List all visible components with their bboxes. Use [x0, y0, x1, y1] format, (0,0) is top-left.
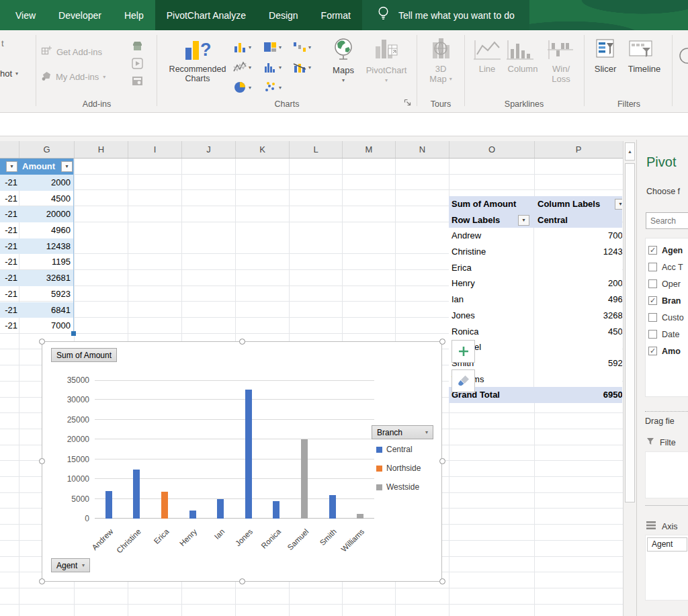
date-header-cell[interactable]: ▾	[0, 159, 19, 175]
pivot-row-name[interactable]: Henry	[449, 275, 534, 292]
bar-samuel[interactable]	[301, 439, 308, 519]
filter-dropdown-icon[interactable]: ▾	[615, 199, 622, 210]
field-item-amo[interactable]: ✓Amo	[646, 343, 688, 359]
pivot-row-name[interactable]: Ronica	[449, 324, 534, 340]
pivot-row-value[interactable]: 4960	[534, 292, 622, 308]
checkbox[interactable]	[648, 330, 657, 339]
date-cell[interactable]: -21	[0, 270, 19, 286]
3d-map-button[interactable]: 3D Map▾	[421, 37, 461, 84]
insert-scatter-chart-button[interactable]: ▾	[263, 79, 282, 95]
pivot-row-value[interactable]: 7000	[534, 228, 622, 244]
timeline-button[interactable]: Timeline	[624, 64, 665, 74]
legend-field-button[interactable]: Branch▾	[372, 425, 433, 439]
slicer-button[interactable]: Slicer	[589, 64, 622, 74]
column-header-O[interactable]: O	[449, 141, 534, 158]
amount-cell[interactable]: 7000	[19, 318, 74, 334]
checkbox[interactable]	[648, 313, 657, 322]
vertical-scrollbar[interactable]: ▲	[623, 141, 636, 616]
date-cell[interactable]: -21	[0, 175, 19, 191]
pivot-column-header[interactable]: Column Labels▾	[534, 196, 622, 212]
axis-field-chip[interactable]: Agent	[647, 537, 687, 552]
insert-hierarchy-chart-button[interactable]: ▾	[263, 39, 282, 55]
pivot-row-name[interactable]: Jones	[449, 308, 534, 324]
formula-bar[interactable]	[0, 113, 688, 136]
date-cell[interactable]: -21	[0, 222, 19, 238]
play-app-icon[interactable]	[132, 58, 143, 71]
filter-dropdown-icon[interactable]: ▾	[61, 161, 73, 172]
axis-drop-area[interactable]: Agent	[645, 535, 688, 601]
column-header-K[interactable]: K	[235, 141, 289, 158]
selection-handle[interactable]	[39, 339, 45, 345]
tab-developer[interactable]: Developer	[47, 0, 113, 30]
pivot-row-name[interactable]: Erica	[449, 260, 534, 276]
link-icon[interactable]	[677, 47, 688, 67]
value-field-button[interactable]: Sum of Amount	[51, 348, 117, 362]
y-axis[interactable]: 35000300002500020000150001000050000	[53, 376, 89, 523]
pivot-row-value[interactable]: 2000	[534, 275, 622, 292]
date-cell[interactable]: -21	[0, 302, 19, 318]
sparkline-column-icon[interactable]	[506, 40, 534, 63]
people-graph-icon[interactable]	[132, 75, 143, 89]
checkbox[interactable]	[648, 263, 657, 271]
field-item-oper[interactable]: Oper	[646, 275, 688, 292]
date-cell[interactable]: -21	[0, 318, 19, 334]
selection-handle[interactable]	[239, 339, 245, 345]
checkbox[interactable]	[648, 279, 657, 288]
screenshot-button-fragment[interactable]: hot▾	[0, 69, 18, 79]
bar-smith[interactable]	[329, 495, 336, 519]
get-add-ins-button[interactable]: Get Add-ins	[41, 45, 102, 58]
selection-handle[interactable]	[39, 578, 45, 584]
charts-dialog-launcher-icon[interactable]	[404, 98, 411, 108]
filters-drop-area[interactable]	[645, 451, 688, 498]
tab-design[interactable]: Design	[257, 0, 310, 30]
pivot-row-value[interactable]: 12438	[534, 244, 622, 260]
my-add-ins-button[interactable]: My Add-ins ▾	[41, 71, 105, 83]
checkbox[interactable]: ✓	[648, 296, 657, 305]
sparkline-line-icon[interactable]	[473, 40, 501, 63]
selection-handle[interactable]	[239, 578, 245, 584]
pivot-value-header[interactable]: Sum of Amount	[449, 196, 534, 212]
pivot-column-label[interactable]: Central	[534, 212, 622, 228]
field-item-bran[interactable]: ✓Bran	[646, 292, 688, 309]
grand-total-value[interactable]: 69502	[534, 387, 622, 403]
bar-henry[interactable]	[189, 511, 196, 519]
amount-cell[interactable]: 1195	[19, 254, 74, 270]
slicer-icon[interactable]	[596, 38, 615, 61]
sparkline-column-button[interactable]: Column	[503, 64, 542, 74]
bar-andrew[interactable]	[105, 491, 112, 519]
column-header-H[interactable]: H	[74, 141, 128, 158]
amount-cell[interactable]: 32681	[19, 270, 74, 286]
pivotchart-button[interactable]: PivotChart ▾	[363, 37, 410, 83]
legend-item-northside[interactable]: Northside	[376, 459, 421, 478]
tab-format[interactable]: Format	[310, 0, 362, 30]
amount-header-cell[interactable]: Amount▾	[19, 159, 73, 175]
timeline-icon[interactable]	[629, 38, 653, 61]
column-header-P[interactable]: P	[534, 141, 622, 158]
scrollbar-thumb[interactable]	[625, 163, 635, 502]
selection-handle[interactable]	[439, 578, 445, 584]
pivot-row-value[interactable]	[534, 260, 622, 276]
pivot-row-name[interactable]: Andrew	[449, 228, 534, 244]
selection-handle[interactable]	[439, 458, 445, 464]
column-header-N[interactable]: N	[395, 141, 449, 158]
column-header-L[interactable]: L	[289, 141, 342, 158]
bar-jones[interactable]	[245, 390, 252, 519]
amount-cell[interactable]: 4500	[19, 191, 74, 207]
store-icon[interactable]	[132, 40, 143, 54]
date-cell[interactable]: -21	[0, 191, 19, 207]
filter-dropdown-icon[interactable]: ▾	[6, 161, 17, 172]
pivot-row-value[interactable]: 32681	[534, 308, 622, 324]
pivot-row-value[interactable]: 4500	[534, 324, 622, 340]
pivot-row-value[interactable]	[534, 371, 622, 388]
bar-ian[interactable]	[217, 499, 224, 519]
amount-cell[interactable]: 5923	[19, 286, 74, 302]
insert-waterfall-chart-button[interactable]: ▾	[293, 39, 311, 55]
bar-christine[interactable]	[133, 470, 140, 519]
insert-combo-chart-button[interactable]: ▾	[293, 59, 311, 75]
checkbox[interactable]: ✓	[648, 246, 657, 255]
column-header-I[interactable]: I	[128, 141, 181, 158]
sparkline-line-button[interactable]: Line	[472, 64, 503, 74]
pivot-row-name[interactable]: Ian	[449, 292, 534, 308]
date-cell[interactable]: -21	[0, 254, 19, 270]
amount-cell[interactable]: 2000	[19, 175, 74, 191]
